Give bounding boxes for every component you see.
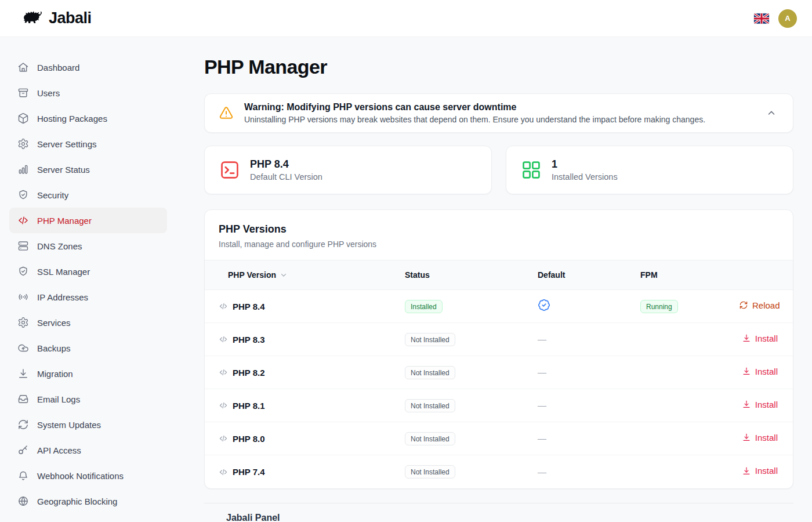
sidebar-item-migration[interactable]: Migration <box>9 361 167 386</box>
sidebar-item-backups[interactable]: Backups <box>9 335 167 361</box>
install-button[interactable]: Install <box>742 367 778 376</box>
table-row-php-8-0: PHP 8.0Not Installed—Install <box>205 422 793 455</box>
sidebar-item-label: Users <box>37 88 60 98</box>
download-icon <box>742 334 751 343</box>
fpm-badge: Running <box>640 300 678 313</box>
language-flag-uk[interactable] <box>754 13 769 24</box>
sidebar-item-email-logs[interactable]: Email Logs <box>9 386 167 412</box>
page-title: PHP Manager <box>204 56 793 78</box>
php-version-label: PHP 8.2 <box>233 368 265 378</box>
warning-triangle-icon <box>219 106 234 121</box>
sidebar-item-server-settings[interactable]: Server Settings <box>9 131 167 157</box>
stat-value: 1 <box>552 158 618 171</box>
empty-dash: — <box>538 433 546 443</box>
install-button[interactable]: Install <box>742 466 778 476</box>
home-icon <box>17 61 29 73</box>
download-icon <box>17 368 29 379</box>
table-body: PHP 8.4InstalledRunningReloadPHP 8.3Not … <box>205 290 793 488</box>
php-version-cell: PHP 8.2 <box>205 368 405 378</box>
status-cell: Not Installed <box>405 399 538 412</box>
sidebar-item-label: API Access <box>37 445 81 455</box>
stat-label: Installed Versions <box>552 172 618 182</box>
action-label: Install <box>755 400 778 409</box>
warning-title: Warning: Modifying PHP versions can caus… <box>244 102 753 113</box>
sidebar-item-geographic-blocking[interactable]: Geographic Blocking <box>9 488 167 514</box>
empty-dash: — <box>538 467 546 477</box>
column-label: PHP Version <box>228 270 276 280</box>
sidebar-item-label: SSL Manager <box>37 267 90 277</box>
page-footer: Jabali Panel <box>204 503 793 522</box>
warning-description: Uninstalling PHP versions may break webs… <box>244 115 753 124</box>
status-badge: Not Installed <box>405 333 455 346</box>
code-icon <box>219 434 228 443</box>
php-version-label: PHP 8.4 <box>233 302 265 311</box>
download-icon <box>742 433 751 442</box>
download-icon <box>742 400 751 409</box>
sidebar-item-label: Geographic Blocking <box>37 496 117 506</box>
action-label: Reload <box>752 300 780 310</box>
sidebar-item-webhook-notifications[interactable]: Webhook Notifications <box>9 463 167 488</box>
chevron-down-icon <box>280 271 288 279</box>
sidebar-item-users[interactable]: Users <box>9 80 167 106</box>
status-badge: Not Installed <box>405 366 455 379</box>
action-label: Install <box>755 334 778 343</box>
sidebar-item-server-status[interactable]: Server Status <box>9 157 167 182</box>
column-header-php-version[interactable]: PHP Version <box>205 270 405 280</box>
action-label: Install <box>755 433 778 443</box>
stat-value: PHP 8.4 <box>250 158 322 171</box>
sidebar-item-label: Webhook Notifications <box>37 471 124 481</box>
sidebar-item-label: Backups <box>37 343 71 353</box>
fpm-cell: Running <box>640 300 739 313</box>
user-avatar[interactable]: A <box>778 9 797 28</box>
install-button[interactable]: Install <box>742 400 778 409</box>
default-cell: — <box>538 433 640 444</box>
settings-icon <box>17 138 29 150</box>
table-subtitle: Install, manage and configure PHP versio… <box>219 240 779 249</box>
stat-label: Default CLI Version <box>250 172 322 182</box>
sidebar-item-api-access[interactable]: API Access <box>9 437 167 463</box>
install-button[interactable]: Install <box>742 334 778 343</box>
cloud-up-icon <box>17 342 29 354</box>
action-label: Install <box>755 466 778 476</box>
sidebar-item-system-updates[interactable]: System Updates <box>9 412 167 437</box>
status-cell: Not Installed <box>405 333 538 346</box>
column-header-default: Default <box>538 270 640 280</box>
top-header: Jabali A <box>0 0 812 37</box>
install-button[interactable]: Install <box>742 433 778 443</box>
brand-logo[interactable]: Jabali <box>15 9 92 28</box>
sidebar-item-label: DNS Zones <box>37 241 82 251</box>
globe-icon <box>17 495 29 507</box>
table-title: PHP Versions <box>219 223 779 235</box>
sidebar-item-ip-addresses[interactable]: IP Addresses <box>9 284 167 310</box>
key-icon <box>17 444 29 456</box>
table-row-php-8-2: PHP 8.2Not Installed—Install <box>205 356 793 389</box>
sidebar-item-hosting-packages[interactable]: Hosting Packages <box>9 106 167 131</box>
warning-texts: Warning: Modifying PHP versions can caus… <box>244 102 753 124</box>
status-badge: Not Installed <box>405 399 455 412</box>
code-icon <box>219 302 228 311</box>
sidebar-item-label: IP Addresses <box>37 292 88 302</box>
sidebar-item-dashboard[interactable]: Dashboard <box>9 55 167 80</box>
sidebar-item-dns-zones[interactable]: DNS Zones <box>9 233 167 259</box>
warning-collapse-button[interactable] <box>764 106 779 121</box>
column-header-fpm: FPM <box>640 270 739 280</box>
header-right: A <box>754 9 797 28</box>
action-cell: Install <box>742 334 793 346</box>
php-version-cell: PHP 7.4 <box>205 467 405 477</box>
action-cell: Install <box>742 400 793 412</box>
sidebar-item-label: PHP Manager <box>37 216 92 226</box>
action-label: Install <box>755 367 778 376</box>
sidebar-item-security[interactable]: Security <box>9 182 167 208</box>
empty-dash: — <box>538 400 546 410</box>
action-cell: Reload <box>739 300 793 313</box>
package-icon <box>17 113 29 124</box>
sidebar-item-label: Dashboard <box>37 63 79 72</box>
code-icon <box>219 335 228 344</box>
sidebar-item-services[interactable]: Services <box>9 310 167 335</box>
warning-banner: Warning: Modifying PHP versions can caus… <box>204 93 793 133</box>
sidebar-item-ssl-manager[interactable]: SSL Manager <box>9 259 167 284</box>
default-cell: — <box>538 334 640 345</box>
sidebar-item-php-manager[interactable]: PHP Manager <box>9 208 167 233</box>
reload-button[interactable]: Reload <box>739 300 780 310</box>
code-icon <box>219 467 228 477</box>
